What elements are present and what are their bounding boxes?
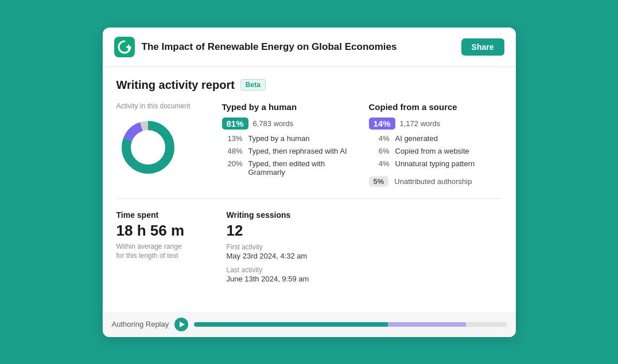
typed-stat-3: 20% Typed, then edited with Grammarly xyxy=(222,159,355,177)
progress-purple-segment xyxy=(388,322,466,327)
activity-section: Activity in this document xyxy=(116,102,502,199)
bottom-section: Time spent 18 h 56 m Within average rang… xyxy=(116,210,502,289)
copied-column: Copied from a source 14% 1,172 words 4% … xyxy=(369,102,502,187)
stat-pct: 6% xyxy=(369,147,390,155)
stat-label: Unnatural typing pattern xyxy=(395,159,475,168)
card-header: The Impact of Renewable Energy on Global… xyxy=(103,28,516,67)
typed-pct-badge: 81% xyxy=(222,118,248,130)
svg-rect-0 xyxy=(114,37,135,57)
copied-words: 1,172 words xyxy=(400,119,441,128)
typed-column: Typed by a human 81% 6,783 words 13% Typ… xyxy=(222,102,355,187)
time-spent-value: 18 h 56 m xyxy=(116,222,208,240)
copied-stat-3: 4% Unnatural typing pattern xyxy=(369,159,502,168)
copied-stat-2: 6% Copied from a website xyxy=(369,147,502,155)
unattributed-badge: 5% xyxy=(369,176,389,187)
last-activity-label: Last activity xyxy=(227,266,502,274)
donut-chart xyxy=(116,116,180,179)
sessions-heading: Writing sessions xyxy=(227,210,502,220)
time-spent-sub: Within average range for this length of … xyxy=(116,242,208,261)
sessions-column: Writing sessions 12 First activity May 2… xyxy=(227,210,502,289)
typed-words: 6,783 words xyxy=(253,119,294,128)
progress-track[interactable] xyxy=(194,322,506,327)
card-body: Writing activity report Beta Activity in… xyxy=(103,67,516,312)
play-icon xyxy=(180,322,185,327)
copied-heading: Copied from a source xyxy=(369,102,502,112)
main-card: The Impact of Renewable Energy on Global… xyxy=(103,28,516,337)
stat-label: Typed, then rephrased with AI xyxy=(248,147,347,155)
stat-label: Copied from a website xyxy=(395,147,469,155)
progress-green-segment xyxy=(194,322,387,327)
stat-label: AI generated xyxy=(395,134,438,143)
unattributed-row: 5% Unattributed authorship xyxy=(369,176,502,187)
first-activity-date: May 23rd 2024, 4:32 am xyxy=(227,252,502,260)
unattributed-label: Unattributed authorship xyxy=(394,177,472,186)
stat-pct: 48% xyxy=(222,147,243,155)
sessions-value: 12 xyxy=(227,222,502,240)
stat-pct: 13% xyxy=(222,134,243,143)
stat-pct: 4% xyxy=(369,134,390,143)
beta-badge: Beta xyxy=(240,79,266,91)
replay-label: Authoring Replay xyxy=(112,320,169,328)
last-activity-date: June 13th 2024, 9:59 am xyxy=(227,275,502,283)
stat-label: Typed, then edited with Grammarly xyxy=(248,159,355,177)
stat-pct: 20% xyxy=(222,159,243,168)
donut-label: Activity in this document xyxy=(116,102,191,110)
donut-column: Activity in this document xyxy=(116,102,208,187)
replay-bar: Authoring Replay xyxy=(103,312,516,337)
typed-heading: Typed by a human xyxy=(222,102,355,112)
time-spent-heading: Time spent xyxy=(116,210,208,220)
share-button[interactable]: Share xyxy=(461,38,504,56)
copied-stat-1: 4% AI generated xyxy=(369,134,502,143)
time-spent-column: Time spent 18 h 56 m Within average rang… xyxy=(116,210,208,289)
grammarly-logo xyxy=(114,37,135,57)
stat-label: Typed by a human xyxy=(248,134,310,143)
section-title-row: Writing activity report Beta xyxy=(116,79,502,92)
copied-pct-badge: 14% xyxy=(369,118,395,130)
section-title: Writing activity report xyxy=(116,79,235,92)
first-activity-label: First activity xyxy=(227,243,502,251)
typed-stat-2: 48% Typed, then rephrased with AI xyxy=(222,147,355,155)
typed-stat-1: 13% Typed by a human xyxy=(222,134,355,143)
stat-pct: 4% xyxy=(369,159,390,168)
document-title: The Impact of Renewable Energy on Global… xyxy=(142,41,461,53)
play-button[interactable] xyxy=(174,318,188,331)
